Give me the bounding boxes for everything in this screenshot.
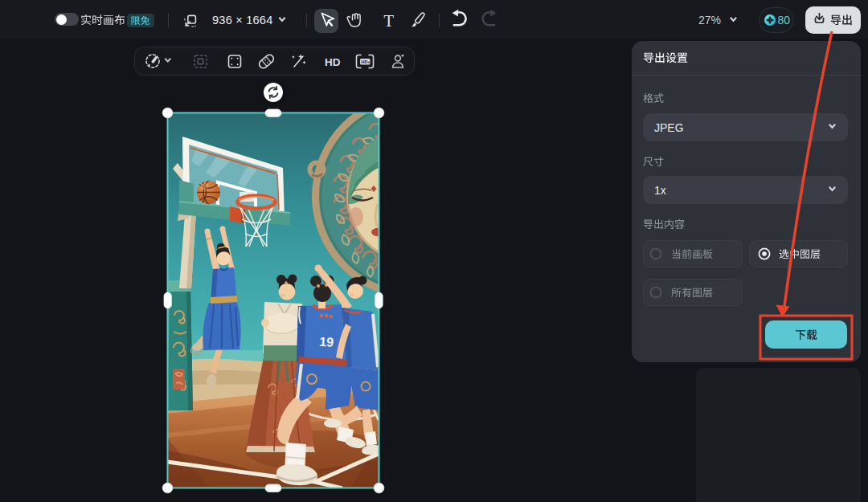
svg-text:19: 19 — [319, 335, 334, 349]
